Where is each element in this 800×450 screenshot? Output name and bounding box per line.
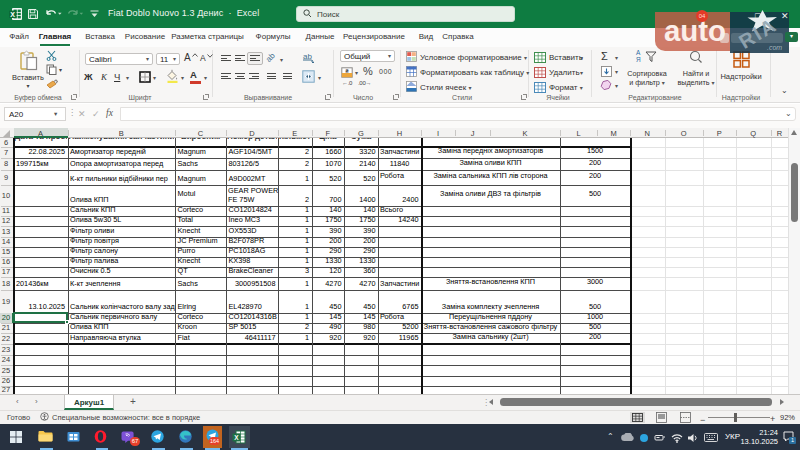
svg-text:X: X	[234, 433, 239, 440]
svg-text:X: X	[10, 11, 15, 18]
